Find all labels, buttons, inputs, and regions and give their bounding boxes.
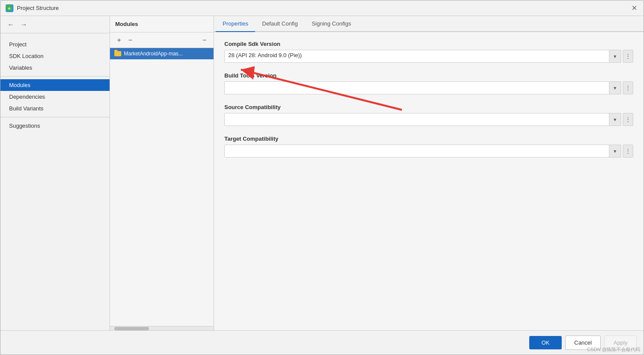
build-tools-arrow[interactable]: ▼ (609, 81, 621, 94)
compile-sdk-action-btn[interactable]: ⋮ (623, 50, 633, 63)
sidebar-item-project[interactable]: Project (0, 39, 110, 50)
build-tools-action-btn[interactable]: ⋮ (623, 81, 633, 94)
modules-toolbar-left: + − (114, 36, 135, 45)
title-bar: A Project Structure ✕ (0, 0, 644, 16)
dialog-title: Project Structure (17, 5, 59, 11)
left-panel: ← → Project SDK Location Variables Modul… (0, 16, 110, 330)
collapse-button[interactable]: − (200, 36, 209, 45)
source-compat-field: Source Compatibility ▼ ⋮ (224, 104, 633, 126)
title-bar-left: A Project Structure (6, 4, 59, 12)
compile-sdk-arrow[interactable]: ▼ (609, 50, 621, 63)
source-compat-action-btn[interactable]: ⋮ (623, 113, 633, 126)
compile-sdk-label: Compile Sdk Version (224, 41, 633, 47)
nav-buttons: ← → (0, 16, 110, 33)
app-icon: A (6, 4, 13, 12)
compile-sdk-row: 28 (API 28: Android 9.0 (Pie)) ▼ ⋮ (224, 50, 633, 63)
compile-sdk-version-num: 28 (228, 52, 234, 58)
target-compat-field: Target Compatibility ▼ ⋮ (224, 136, 633, 158)
sidebar-item-dependencies[interactable]: Dependencies (0, 91, 110, 103)
horizontal-scrollbar[interactable] (110, 326, 214, 330)
module-list-item[interactable]: MarketAndroidApp-mas... (110, 48, 214, 59)
tabs-bar: Properties Default Config Signing Config… (214, 16, 644, 32)
form-area: Compile Sdk Version 28 (API 28: Android … (214, 32, 644, 330)
scrollbar-thumb (114, 327, 149, 330)
target-compat-arrow[interactable]: ▼ (609, 145, 621, 158)
source-compat-dropdown[interactable] (224, 113, 621, 126)
tab-properties[interactable]: Properties (216, 16, 255, 32)
nav-separator-1 (0, 76, 110, 77)
build-tools-label: Build Tools Version (224, 72, 633, 79)
build-tools-dropdown[interactable] (224, 81, 621, 94)
compile-sdk-dropdown[interactable]: 28 (API 28: Android 9.0 (Pie)) (224, 50, 621, 63)
target-compat-dropdown-wrapper: ▼ (224, 145, 621, 158)
modules-panel: Modules + − − MarketAndroidApp-mas... (110, 16, 214, 330)
sidebar-item-modules[interactable]: Modules (0, 79, 110, 91)
sidebar-item-build-variants[interactable]: Build Variants (0, 103, 110, 114)
tab-signing-configs[interactable]: Signing Configs (305, 16, 358, 32)
sidebar-item-suggestions[interactable]: Suggestions (0, 120, 110, 132)
left-nav: Project SDK Location Variables Modules D… (0, 33, 110, 330)
close-button[interactable]: ✕ (630, 4, 638, 13)
module-name: MarketAndroidApp-mas... (124, 51, 183, 57)
svg-text:A: A (8, 6, 11, 10)
folder-icon (114, 51, 121, 56)
nav-separator-2 (0, 117, 110, 117)
target-compat-row: ▼ ⋮ (224, 145, 633, 158)
target-compat-dropdown[interactable] (224, 145, 621, 158)
source-compat-row: ▼ ⋮ (224, 113, 633, 126)
forward-button[interactable]: → (19, 19, 29, 30)
right-panel: Properties Default Config Signing Config… (214, 16, 644, 330)
build-tools-dropdown-wrapper: ▼ (224, 81, 621, 94)
modules-header: Modules (110, 16, 214, 32)
project-structure-dialog: A Project Structure ✕ ← → Project SDK Lo… (0, 0, 644, 355)
sidebar-item-sdk-location[interactable]: SDK Location (0, 50, 110, 62)
back-button[interactable]: ← (6, 19, 16, 30)
content-area: ← → Project SDK Location Variables Modul… (0, 16, 644, 330)
build-tools-field: Build Tools Version ▼ ⋮ (224, 72, 633, 94)
compile-sdk-version-detail: (API 28: Android 9.0 (Pie)) (234, 52, 301, 58)
modules-title: Modules (115, 21, 138, 27)
modules-toolbar: + − − (110, 32, 214, 48)
sidebar-item-variables[interactable]: Variables (0, 62, 110, 74)
tab-default-config[interactable]: Default Config (255, 16, 304, 32)
source-compat-arrow[interactable]: ▼ (609, 113, 621, 126)
target-compat-action-btn[interactable]: ⋮ (623, 145, 633, 158)
ok-button[interactable]: OK (529, 336, 562, 349)
bottom-bar: OK Cancel Apply CSDN @陈陈不会敲代码 (0, 330, 644, 355)
source-compat-label: Source Compatibility (224, 104, 633, 110)
add-module-button[interactable]: + (114, 36, 124, 45)
source-compat-dropdown-wrapper: ▼ (224, 113, 621, 126)
target-compat-label: Target Compatibility (224, 136, 633, 142)
compile-sdk-dropdown-wrapper: 28 (API 28: Android 9.0 (Pie)) ▼ (224, 50, 621, 63)
remove-module-button[interactable]: − (126, 36, 135, 45)
build-tools-row: ▼ ⋮ (224, 81, 633, 94)
compile-sdk-field: Compile Sdk Version 28 (API 28: Android … (224, 41, 633, 63)
watermark: CSDN @陈陈不会敲代码 (587, 346, 640, 353)
